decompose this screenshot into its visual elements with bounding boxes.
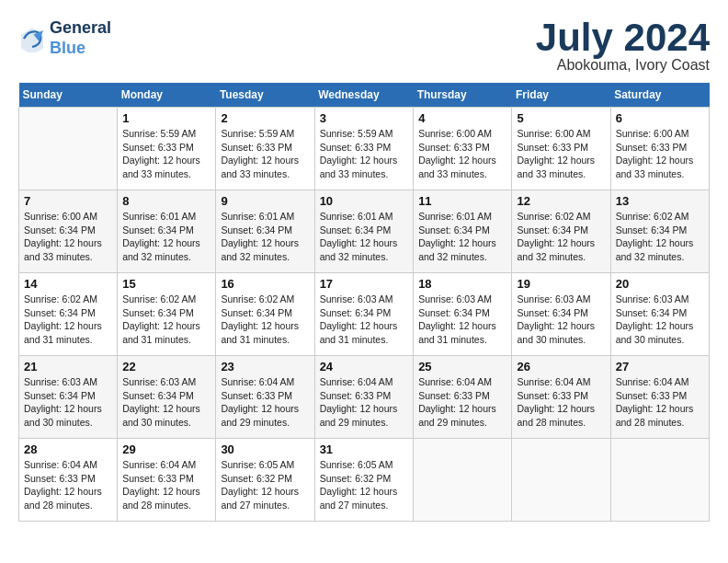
calendar-week-row: 7Sunrise: 6:00 AM Sunset: 6:34 PM Daylig… [19,190,710,273]
day-number: 22 [122,360,210,373]
weekday-header: Thursday [414,83,512,108]
calendar-cell [19,108,118,190]
calendar-cell: 16Sunrise: 6:02 AM Sunset: 6:34 PM Dayli… [216,273,314,356]
day-number: 24 [320,360,409,373]
day-info: Sunrise: 6:03 AM Sunset: 6:34 PM Dayligh… [122,375,210,430]
calendar-cell: 23Sunrise: 6:04 AM Sunset: 6:33 PM Dayli… [216,356,314,439]
day-number: 19 [517,277,605,291]
calendar-cell: 1Sunrise: 5:59 AM Sunset: 6:33 PM Daylig… [118,108,216,190]
day-number: 13 [616,194,704,208]
day-info: Sunrise: 6:02 AM Sunset: 6:34 PM Dayligh… [221,293,309,347]
day-number: 17 [320,277,409,291]
calendar-week-row: 1Sunrise: 5:59 AM Sunset: 6:33 PM Daylig… [19,108,710,190]
day-info: Sunrise: 6:03 AM Sunset: 6:34 PM Dayligh… [320,293,409,347]
month-title: July 2024 [536,18,710,57]
day-info: Sunrise: 6:04 AM Sunset: 6:33 PM Dayligh… [320,375,409,430]
calendar-cell: 26Sunrise: 6:04 AM Sunset: 6:33 PM Dayli… [512,356,610,439]
day-number: 6 [616,111,704,125]
day-info: Sunrise: 6:01 AM Sunset: 6:34 PM Dayligh… [320,210,409,264]
day-info: Sunrise: 6:03 AM Sunset: 6:34 PM Dayligh… [517,293,605,347]
day-number: 28 [24,442,112,456]
day-number: 15 [122,277,210,291]
day-info: Sunrise: 6:03 AM Sunset: 6:34 PM Dayligh… [24,375,112,430]
day-number: 14 [24,277,112,291]
weekday-header: Saturday [610,83,709,108]
day-number: 31 [320,442,409,456]
day-info: Sunrise: 6:01 AM Sunset: 6:34 PM Dayligh… [221,210,309,264]
calendar-cell: 9Sunrise: 6:01 AM Sunset: 6:34 PM Daylig… [216,190,314,273]
day-info: Sunrise: 6:02 AM Sunset: 6:34 PM Dayligh… [122,293,210,347]
calendar-table: SundayMondayTuesdayWednesdayThursdayFrid… [18,83,710,522]
day-info: Sunrise: 6:02 AM Sunset: 6:34 PM Dayligh… [616,210,704,264]
weekday-header: Friday [512,83,610,108]
day-number: 27 [616,360,704,373]
day-number: 7 [24,194,112,208]
day-info: Sunrise: 5:59 AM Sunset: 6:33 PM Dayligh… [320,127,409,181]
calendar-cell: 19Sunrise: 6:03 AM Sunset: 6:34 PM Dayli… [512,273,610,356]
calendar-cell: 21Sunrise: 6:03 AM Sunset: 6:34 PM Dayli… [19,356,118,439]
day-number: 4 [418,111,506,125]
day-info: Sunrise: 6:04 AM Sunset: 6:33 PM Dayligh… [221,375,309,430]
calendar-week-row: 14Sunrise: 6:02 AM Sunset: 6:34 PM Dayli… [19,273,710,356]
day-number: 29 [122,442,210,456]
day-info: Sunrise: 6:03 AM Sunset: 6:34 PM Dayligh… [616,293,704,347]
calendar-cell: 5Sunrise: 6:00 AM Sunset: 6:33 PM Daylig… [512,108,610,190]
weekday-header: Tuesday [216,83,314,108]
calendar-cell: 12Sunrise: 6:02 AM Sunset: 6:34 PM Dayli… [512,190,610,273]
day-info: Sunrise: 6:04 AM Sunset: 6:33 PM Dayligh… [517,375,605,430]
logo-icon [18,25,46,52]
day-number: 23 [221,360,309,373]
day-number: 21 [24,360,112,373]
calendar-cell: 17Sunrise: 6:03 AM Sunset: 6:34 PM Dayli… [314,273,414,356]
day-number: 5 [517,111,605,125]
day-info: Sunrise: 6:00 AM Sunset: 6:33 PM Dayligh… [418,127,506,181]
calendar-cell: 25Sunrise: 6:04 AM Sunset: 6:33 PM Dayli… [414,356,512,439]
weekday-header: Monday [118,83,216,108]
calendar-cell: 18Sunrise: 6:03 AM Sunset: 6:34 PM Dayli… [414,273,512,356]
day-number: 18 [418,277,506,291]
calendar-cell: 6Sunrise: 6:00 AM Sunset: 6:33 PM Daylig… [610,108,709,190]
calendar-cell: 31Sunrise: 6:05 AM Sunset: 6:32 PM Dayli… [314,439,414,522]
day-info: Sunrise: 6:01 AM Sunset: 6:34 PM Dayligh… [122,210,210,264]
calendar-cell [610,439,709,522]
day-info: Sunrise: 6:00 AM Sunset: 6:33 PM Dayligh… [517,127,605,181]
calendar-cell: 13Sunrise: 6:02 AM Sunset: 6:34 PM Dayli… [610,190,709,273]
logo-line1: General [50,18,111,39]
calendar-cell [512,439,610,522]
day-number: 25 [418,360,506,373]
calendar-cell: 27Sunrise: 6:04 AM Sunset: 6:33 PM Dayli… [610,356,709,439]
calendar-cell: 11Sunrise: 6:01 AM Sunset: 6:34 PM Dayli… [414,190,512,273]
day-number: 3 [320,111,409,125]
day-info: Sunrise: 6:04 AM Sunset: 6:33 PM Dayligh… [24,458,112,512]
calendar-week-row: 28Sunrise: 6:04 AM Sunset: 6:33 PM Dayli… [19,439,710,522]
day-info: Sunrise: 6:04 AM Sunset: 6:33 PM Dayligh… [616,375,704,430]
calendar-week-row: 21Sunrise: 6:03 AM Sunset: 6:34 PM Dayli… [19,356,710,439]
day-number: 8 [122,194,210,208]
calendar-cell: 7Sunrise: 6:00 AM Sunset: 6:34 PM Daylig… [19,190,118,273]
day-info: Sunrise: 5:59 AM Sunset: 6:33 PM Dayligh… [122,127,210,181]
day-info: Sunrise: 6:02 AM Sunset: 6:34 PM Dayligh… [517,210,605,264]
calendar-cell: 10Sunrise: 6:01 AM Sunset: 6:34 PM Dayli… [314,190,414,273]
calendar-header: SundayMondayTuesdayWednesdayThursdayFrid… [19,83,710,108]
weekday-header: Wednesday [314,83,414,108]
page-header: General Blue July 2024 Abokouma, Ivory C… [18,18,710,74]
weekday-header: Sunday [19,83,118,108]
day-info: Sunrise: 6:03 AM Sunset: 6:34 PM Dayligh… [418,293,506,347]
day-info: Sunrise: 6:05 AM Sunset: 6:32 PM Dayligh… [320,458,409,512]
location: Abokouma, Ivory Coast [536,57,710,74]
calendar-cell: 3Sunrise: 5:59 AM Sunset: 6:33 PM Daylig… [314,108,414,190]
calendar-cell: 28Sunrise: 6:04 AM Sunset: 6:33 PM Dayli… [19,439,118,522]
calendar-cell: 24Sunrise: 6:04 AM Sunset: 6:33 PM Dayli… [314,356,414,439]
calendar-body: 1Sunrise: 5:59 AM Sunset: 6:33 PM Daylig… [19,108,710,522]
day-info: Sunrise: 6:02 AM Sunset: 6:34 PM Dayligh… [24,293,112,347]
day-info: Sunrise: 6:00 AM Sunset: 6:33 PM Dayligh… [616,127,704,181]
calendar-cell: 2Sunrise: 5:59 AM Sunset: 6:33 PM Daylig… [216,108,314,190]
calendar-cell: 30Sunrise: 6:05 AM Sunset: 6:32 PM Dayli… [216,439,314,522]
calendar-cell: 22Sunrise: 6:03 AM Sunset: 6:34 PM Dayli… [118,356,216,439]
day-number: 20 [616,277,704,291]
logo-line2: Blue [50,39,85,57]
title-block: July 2024 Abokouma, Ivory Coast [536,18,710,74]
calendar-cell: 8Sunrise: 6:01 AM Sunset: 6:34 PM Daylig… [118,190,216,273]
day-number: 10 [320,194,409,208]
day-number: 30 [221,442,309,456]
